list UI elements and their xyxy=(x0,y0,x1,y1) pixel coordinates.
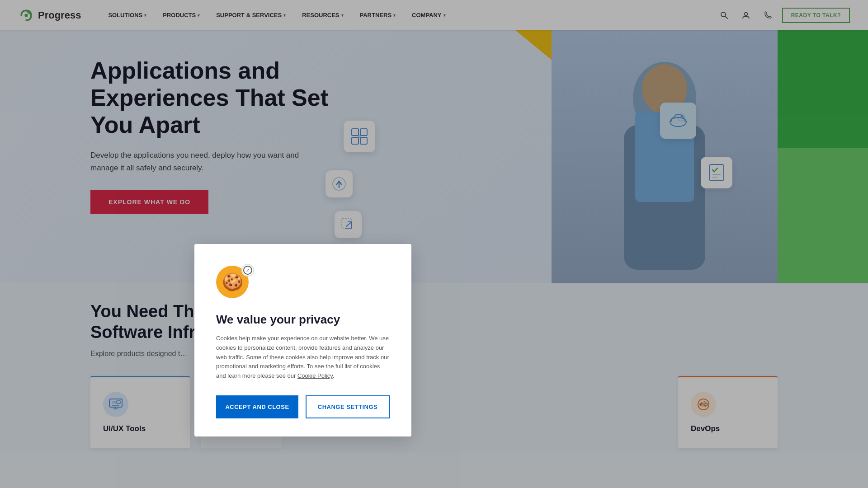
cookie-overlay: 🍪 ✓ We value your privacy Cookies help m… xyxy=(0,0,868,488)
accept-close-button[interactable]: ACCEPT AND CLOSE xyxy=(216,395,298,418)
cookie-policy-link[interactable]: Cookie Policy xyxy=(297,372,333,379)
cookie-modal: 🍪 ✓ We value your privacy Cookies help m… xyxy=(194,244,411,436)
cookie-icon-wrap: 🍪 ✓ xyxy=(216,266,252,302)
change-settings-button[interactable]: CHANGE SETTINGS xyxy=(306,395,390,418)
cookie-text: Cookies help make your experience on our… xyxy=(216,334,390,381)
cookie-title: We value your privacy xyxy=(216,313,390,327)
cookie-buttons: ACCEPT AND CLOSE CHANGE SETTINGS xyxy=(216,395,390,418)
cookie-check-icon: ✓ xyxy=(241,264,254,277)
